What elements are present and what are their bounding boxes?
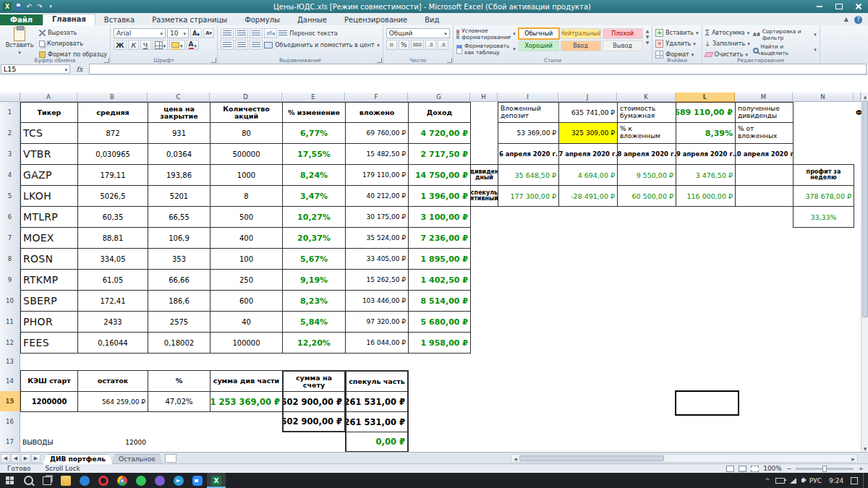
cell-L5[interactable]: 116 000,00 ₽	[676, 185, 736, 207]
scroll-up-icon[interactable]	[861, 93, 868, 100]
cell-M2[interactable]: % от вложенных	[735, 122, 793, 144]
tray-expand-icon[interactable]	[765, 477, 770, 484]
cell-E14[interactable]: сумма на счету	[282, 370, 346, 392]
cell-A12[interactable]: FEES	[20, 332, 78, 354]
cell-D7[interactable]: 400	[210, 227, 283, 249]
percent-format-button[interactable]	[399, 40, 409, 50]
cell-K2[interactable]: % к вложенным	[617, 122, 676, 144]
worksheet-grid[interactable]: ABCDEFGHIJKLMN1234567891011121314151617Т…	[0, 93, 868, 452]
minimize-button[interactable]	[809, 0, 829, 13]
conditional-formatting-button[interactable]: Условное форматирование	[456, 27, 516, 41]
cell-A11[interactable]: PHOR	[20, 311, 78, 333]
cell-D9[interactable]: 250	[210, 269, 283, 291]
ribbon-tab-0[interactable]: Файл	[0, 14, 43, 25]
column-header-F[interactable]: F	[345, 93, 408, 102]
merge-center-button[interactable]: Объединить и поместить в центре	[264, 40, 380, 50]
taskbar-item-excel[interactable]	[207, 473, 226, 488]
cell-style-chip-0[interactable]: Обычный	[519, 28, 559, 39]
cell-E2[interactable]: 6,77%	[282, 122, 346, 144]
cell-J2[interactable]: 325 309,00 ₽	[558, 122, 618, 144]
row-header-12[interactable]: 12	[0, 332, 20, 354]
name-box[interactable]: L15	[1, 64, 70, 74]
cell-N4[interactable]: профит за неделю	[793, 164, 854, 186]
cell-G5[interactable]: 1 396,00 ₽	[408, 185, 471, 207]
cell-M5[interactable]	[735, 185, 793, 207]
underline-button[interactable]: Ч	[140, 40, 151, 50]
cell-I2[interactable]: 53 369,00 ₽	[498, 122, 559, 144]
cell-F11[interactable]: 97 320,00 ₽	[345, 311, 409, 333]
cell-B1[interactable]: средняя	[77, 102, 148, 123]
cell-B7[interactable]: 88,81	[77, 227, 148, 249]
fill-button[interactable]: Заполнить	[705, 39, 750, 48]
copy-button[interactable]: Копировать	[39, 39, 107, 48]
cell-I3[interactable]: 6 апреля 2020 г.	[498, 143, 559, 165]
taskbar-item-edge[interactable]	[75, 473, 94, 488]
cell-C12[interactable]: 0,18002	[148, 332, 210, 354]
column-header-C[interactable]: C	[148, 93, 210, 102]
cell-E1[interactable]: % изменение	[282, 102, 346, 123]
cell-J5[interactable]: -28 491,00 ₽	[558, 185, 618, 207]
cell-E16[interactable]: 1 502 900,00 ₽	[282, 411, 346, 432]
row-header-11[interactable]: 11	[0, 311, 20, 333]
next-sheet-button[interactable]: ▶	[21, 454, 30, 463]
insert-cells-button[interactable]: Вставить	[655, 28, 698, 38]
normal-view-button[interactable]	[726, 466, 734, 472]
cell-E7[interactable]: 20,37%	[282, 227, 346, 249]
cell-F17[interactable]: 0,00 ₽	[345, 432, 409, 452]
row-header-16[interactable]: 16	[0, 411, 20, 432]
scroll-right-icon[interactable]: ▶	[849, 455, 857, 462]
cell-E15[interactable]: 1 502 900,00 ₽	[282, 391, 346, 412]
sheet-tab-0[interactable]: ДИВ портфель	[43, 454, 113, 464]
cell-E8[interactable]: 5,67%	[282, 248, 346, 270]
cell-B14[interactable]: остаток	[77, 370, 148, 392]
cell-G7[interactable]: 7 236,00 ₽	[408, 227, 471, 249]
cell-B10[interactable]: 172,41	[77, 290, 148, 312]
gallery-up-icon[interactable]: ▲	[646, 28, 650, 33]
zoom-in-button[interactable]: +	[858, 465, 864, 472]
cell-F16[interactable]: 261 531,00 ₽	[345, 411, 409, 432]
notification-center-icon[interactable]	[851, 477, 858, 484]
cell-A6[interactable]: MTLRP	[20, 206, 78, 228]
column-header-N[interactable]: N	[793, 93, 854, 102]
row-header-15[interactable]: 15	[0, 391, 20, 412]
row-header-7[interactable]: 7	[0, 227, 20, 249]
wrap-text-button[interactable]: Перенос текста	[278, 29, 337, 38]
volume-icon[interactable]	[801, 479, 804, 482]
autosum-button[interactable]: Автосумма	[705, 28, 750, 38]
delete-cells-button[interactable]: Удалить	[655, 39, 698, 48]
cell-L1[interactable]: 689 110,00 ₽	[676, 102, 736, 123]
sheet-tab-1[interactable]: Остальное	[111, 454, 163, 464]
clock[interactable]: 9:24	[827, 477, 846, 484]
ribbon-tab-4[interactable]: Формулы	[236, 15, 289, 25]
vertical-scrollbar[interactable]	[861, 93, 868, 452]
cell-K4[interactable]: 9 550,00 ₽	[617, 164, 676, 186]
cell-L3[interactable]: 9 апреля 2020 г.	[676, 143, 736, 165]
column-header-E[interactable]: E	[282, 93, 345, 102]
cell-F1[interactable]: вложено	[345, 102, 409, 123]
column-header-M[interactable]: M	[735, 93, 793, 102]
increase-font-button[interactable]	[190, 28, 202, 38]
cell-A15[interactable]: 1200000	[20, 391, 78, 412]
cell-G12[interactable]: 1 958,00 ₽	[408, 332, 471, 354]
column-header-partial[interactable]	[854, 93, 861, 102]
cell-style-chip-1[interactable]: Нейтральный	[561, 28, 601, 39]
gallery-down-icon[interactable]: ▼	[646, 34, 650, 39]
cell-B2[interactable]: 872	[77, 122, 148, 144]
cell-B17[interactable]: 12000	[77, 432, 148, 452]
cell-J3[interactable]: 7 апреля 2020 г.	[558, 143, 618, 165]
column-header-G[interactable]: G	[408, 93, 470, 102]
cell-F14[interactable]: спекуль часть	[345, 370, 409, 392]
cell-B12[interactable]: 0,16044	[77, 332, 148, 354]
taskbar-item-chrome[interactable]	[113, 473, 132, 488]
row-header-2[interactable]: 2	[0, 122, 20, 144]
row-header-9[interactable]: 9	[0, 269, 20, 291]
taskbar-item-opera[interactable]	[94, 473, 113, 488]
maximize-button[interactable]	[829, 0, 848, 13]
cell-C9[interactable]: 66,66	[148, 269, 210, 291]
cell-D8[interactable]: 100	[210, 248, 283, 270]
decrease-font-button[interactable]	[203, 28, 214, 38]
cell-A1[interactable]: Тикер	[20, 102, 78, 123]
cell-O1[interactable]: Ф	[854, 102, 861, 123]
cell-C3[interactable]: 0,0364	[148, 143, 210, 165]
paste-button[interactable]: Вставить	[3, 27, 36, 56]
